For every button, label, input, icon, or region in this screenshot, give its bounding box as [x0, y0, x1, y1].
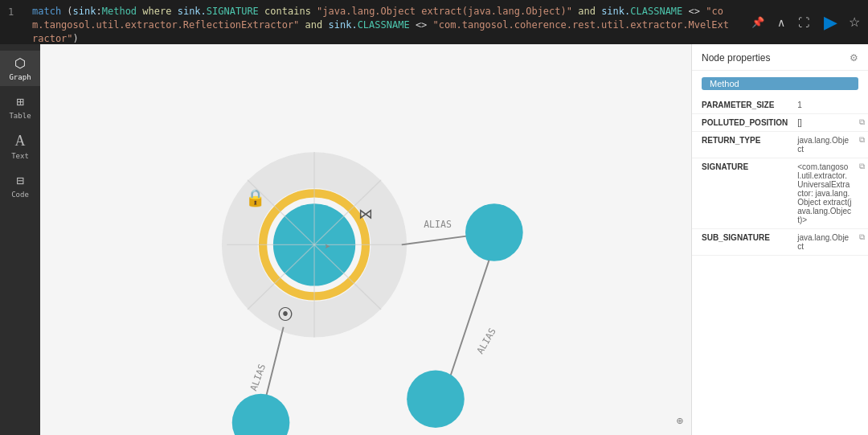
prop-row-param-size: PARAMETER_SIZE 1	[692, 96, 868, 114]
prop-row-polluted: POLLUTED_POSITION [] ⧉	[692, 114, 868, 132]
sidebar-label-graph: Graph	[9, 73, 31, 81]
code-icon: ⊟	[16, 173, 24, 188]
prop-key-return-type: RETURN_TYPE	[692, 132, 794, 158]
prop-key-sub-sig: SUB_SIGNATURE	[692, 229, 794, 256]
sidebar-item-text[interactable]: A Text	[0, 128, 40, 165]
copy-signature-icon[interactable]: ⧉	[859, 162, 865, 171]
method-badge: Method	[702, 77, 858, 90]
sidebar-item-table[interactable]: ⊞ Table	[0, 89, 40, 125]
prop-val-polluted: [] ⧉	[794, 114, 868, 132]
expand-button[interactable]: ⛶	[795, 14, 813, 31]
graph-bottom-icon[interactable]: ⊕	[677, 414, 683, 427]
right-panel: Node properties ⚙ Method PARAMETER_SIZE …	[691, 44, 868, 435]
graph-icon: ⬡	[14, 55, 26, 71]
prop-row-signature: SIGNATURE <com.tangosol.util.extractor.U…	[692, 158, 868, 229]
svg-text:ALIAS: ALIAS	[248, 363, 268, 392]
code-line-1: 1match (sink:Method where sink.SIGNATURE…	[8, 5, 732, 44]
code-area: 1match (sink:Method where sink.SIGNATURE…	[0, 0, 740, 44]
prop-key-param-size: PARAMETER_SIZE	[692, 96, 794, 114]
panel-title: Node properties	[702, 52, 770, 64]
prop-val-signature: <com.tangosol.util.extractor.UniversalEx…	[794, 158, 868, 229]
prop-row-sub-sig: SUB_SIGNATURE java.lang.Object ⧉	[692, 229, 868, 256]
prop-row-return-type: RETURN_TYPE java.lang.Object ⧉	[692, 132, 868, 158]
panel-gear-icon[interactable]: ⚙	[850, 52, 858, 64]
svg-point-18	[407, 370, 465, 428]
table-icon: ⊞	[16, 94, 24, 109]
svg-text:🔒: 🔒	[245, 188, 266, 208]
svg-text:⦿: ⦿	[277, 305, 293, 324]
sidebar-label-table: Table	[9, 112, 31, 120]
prop-key-polluted: POLLUTED_POSITION	[692, 114, 794, 132]
prop-key-signature: SIGNATURE	[692, 158, 794, 229]
copy-sub-sig-icon[interactable]: ⧉	[859, 232, 865, 242]
sidebar-item-graph[interactable]: ⬡ Graph	[0, 51, 40, 86]
sidebar-label-code: Code	[11, 191, 29, 199]
star-button[interactable]: ☆	[849, 14, 860, 30]
graph-svg: 🔒 ⦿ ⋈ ALIAS ALIAS ALIAS	[40, 44, 691, 435]
sidebar-label-text: Text	[11, 152, 29, 160]
pin-button[interactable]: 📌	[748, 14, 768, 30]
svg-point-15	[232, 394, 290, 435]
chevron-up-button[interactable]: ∧	[774, 14, 788, 31]
properties-table: PARAMETER_SIZE 1 POLLUTED_POSITION [] ⧉ …	[692, 96, 868, 256]
svg-text:ALIAS: ALIAS	[424, 219, 452, 230]
panel-header: Node properties ⚙	[692, 44, 868, 71]
code-text-1: match (sink:Method where sink.SIGNATURE …	[32, 5, 732, 44]
copy-return-type-icon[interactable]: ⧉	[859, 135, 865, 145]
sidebar-item-code[interactable]: ⊟ Code	[0, 168, 40, 203]
text-icon: A	[15, 133, 26, 150]
left-sidebar: ⬡ Graph ⊞ Table A Text ⊟ Code	[0, 44, 40, 435]
prop-val-param-size: 1	[794, 96, 868, 114]
svg-text:ALIAS: ALIAS	[474, 326, 497, 355]
main-content: ⬡ Graph ⊞ Table A Text ⊟ Code 🔒	[0, 44, 868, 435]
top-right-controls: 📌 ∧ ⛶ ▶ ☆	[740, 0, 868, 44]
line-number-1: 1	[8, 5, 24, 19]
svg-text:➤: ➤	[325, 240, 331, 252]
svg-line-17	[448, 261, 489, 384]
graph-area[interactable]: 🔒 ⦿ ⋈ ALIAS ALIAS ALIAS	[40, 44, 691, 435]
prop-val-return-type: java.lang.Object ⧉	[794, 132, 868, 158]
run-button[interactable]: ▶	[819, 10, 842, 35]
svg-text:⋈: ⋈	[358, 205, 373, 222]
top-bar: 1match (sink:Method where sink.SIGNATURE…	[0, 0, 868, 44]
svg-point-12	[465, 203, 523, 261]
prop-val-sub-sig: java.lang.Object ⧉	[794, 229, 868, 256]
copy-polluted-icon[interactable]: ⧉	[859, 117, 865, 127]
